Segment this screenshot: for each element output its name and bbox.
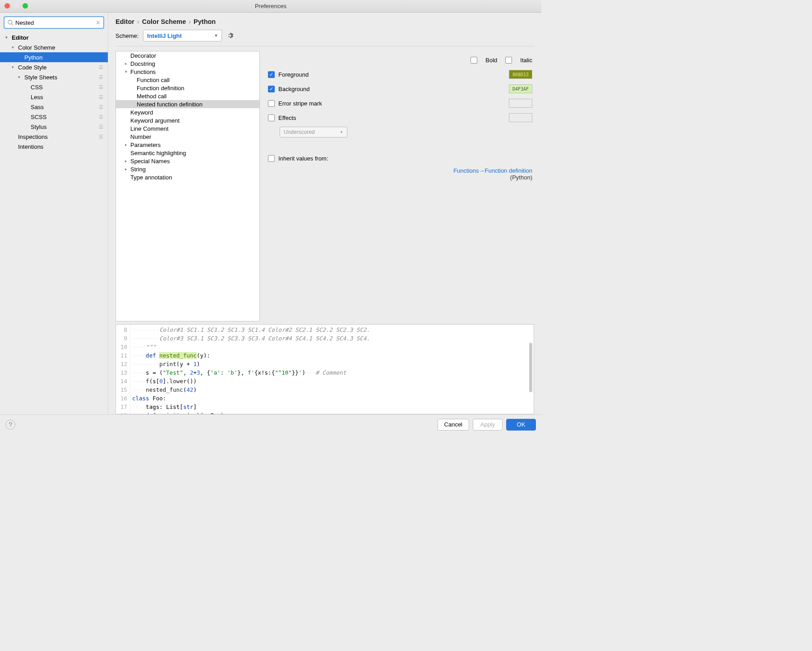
sidebar: ✕ ▾Editor▾Color SchemePython▾Code Style☰… — [0, 13, 108, 414]
list-item[interactable]: ▾Functions — [116, 68, 259, 76]
preview-scrollbar[interactable] — [529, 343, 532, 392]
list-item[interactable]: ▸Docstring — [116, 60, 259, 68]
tree-item[interactable]: SCSS☰ — [0, 112, 108, 122]
code-preview: 89101112131415161718 ········Color#1 SC1… — [115, 324, 534, 414]
help-button[interactable]: ? — [5, 420, 15, 430]
foreground-swatch[interactable]: 808D13 — [509, 70, 532, 79]
italic-label: Italic — [520, 57, 532, 64]
tree-item[interactable]: ▾Editor — [0, 32, 108, 42]
stripe-checkbox[interactable] — [268, 100, 275, 107]
minimize-window[interactable] — [14, 3, 19, 9]
list-item[interactable]: ▸Special Names — [116, 157, 259, 165]
stripe-label: Error stripe mark — [278, 100, 505, 107]
background-label: Background — [278, 86, 505, 92]
inherit-sub: (Python) — [268, 174, 532, 181]
background-swatch[interactable]: D4F3AF — [509, 84, 532, 93]
foreground-checkbox[interactable] — [268, 71, 275, 78]
attribute-panel: Bold Italic Foreground 808D13 Background… — [266, 51, 534, 321]
background-checkbox[interactable] — [268, 86, 275, 92]
search-icon — [7, 19, 14, 26]
effects-label: Effects — [278, 115, 505, 121]
scheme-select[interactable]: IntelliJ Light▼ — [143, 30, 222, 41]
gear-icon[interactable] — [226, 32, 234, 39]
inherit-link[interactable]: Functions→Function definition — [268, 167, 532, 174]
tree-item[interactable]: Inspections☰ — [0, 132, 108, 142]
bold-label: Bold — [485, 57, 497, 64]
list-item[interactable]: ▸String — [116, 165, 259, 173]
list-item[interactable]: Line Comment — [116, 124, 259, 133]
list-item[interactable]: Type annotation — [116, 173, 259, 181]
stripe-swatch[interactable] — [509, 99, 532, 108]
list-item[interactable]: Keyword — [116, 108, 259, 116]
bold-checkbox[interactable] — [471, 57, 477, 64]
list-item[interactable]: Function definition — [116, 84, 259, 92]
tree-item[interactable]: Less☰ — [0, 92, 108, 102]
tree-item[interactable]: ▾Code Style☰ — [0, 62, 108, 72]
close-window[interactable] — [5, 3, 10, 9]
window-title: Preferences — [255, 3, 286, 9]
tree-item[interactable]: Intentions — [0, 142, 108, 151]
search-input[interactable] — [14, 19, 96, 26]
list-item[interactable]: Method call — [116, 92, 259, 100]
list-item[interactable]: Number — [116, 133, 259, 141]
effects-checkbox[interactable] — [268, 115, 275, 121]
titlebar: Preferences — [0, 0, 541, 13]
attribute-list[interactable]: Decorator▸Docstring▾FunctionsFunction ca… — [115, 51, 260, 321]
ok-button[interactable]: OK — [506, 419, 536, 431]
list-item[interactable]: ▸Parameters — [116, 141, 259, 149]
tree-item[interactable]: Sass☰ — [0, 102, 108, 112]
gutter: 89101112131415161718 — [116, 325, 130, 414]
list-item[interactable]: Semantic highlighting — [116, 149, 259, 157]
svg-point-0 — [8, 20, 12, 24]
list-item[interactable]: Keyword argument — [116, 116, 259, 124]
cancel-button[interactable]: Cancel — [438, 419, 469, 431]
list-item[interactable]: Nested function definition — [116, 100, 259, 108]
clear-search-icon[interactable]: ✕ — [96, 19, 101, 26]
inherit-checkbox[interactable] — [268, 155, 275, 162]
tree-item[interactable]: CSS☰ — [0, 82, 108, 92]
scheme-label: Scheme: — [115, 32, 138, 39]
foreground-label: Foreground — [278, 71, 505, 78]
inherit-label: Inherit values from: — [278, 155, 532, 162]
code-area: ········Color#1 SC1.1 SC1.2 SC1.3 SC1.4 … — [130, 325, 534, 414]
tree-item[interactable]: ▾Style Sheets☰ — [0, 72, 108, 82]
apply-button[interactable]: Apply — [473, 419, 503, 431]
tree-item[interactable]: Python — [0, 52, 108, 62]
settings-tree: ▾Editor▾Color SchemePython▾Code Style☰▾S… — [0, 32, 108, 414]
list-item[interactable]: Function call — [116, 76, 259, 84]
effects-swatch[interactable] — [509, 113, 532, 122]
effects-select[interactable]: Underscored▼ — [280, 127, 347, 138]
maximize-window[interactable] — [23, 3, 28, 9]
list-item[interactable]: Decorator — [116, 51, 259, 60]
italic-checkbox[interactable] — [505, 57, 512, 64]
tree-item[interactable]: ▾Color Scheme — [0, 42, 108, 52]
search-box[interactable]: ✕ — [4, 16, 104, 29]
svg-line-1 — [12, 24, 14, 26]
breadcrumb: Editor›Color Scheme›Python — [115, 17, 534, 30]
traffic-lights — [5, 3, 28, 9]
tree-item[interactable]: Stylus☰ — [0, 122, 108, 132]
